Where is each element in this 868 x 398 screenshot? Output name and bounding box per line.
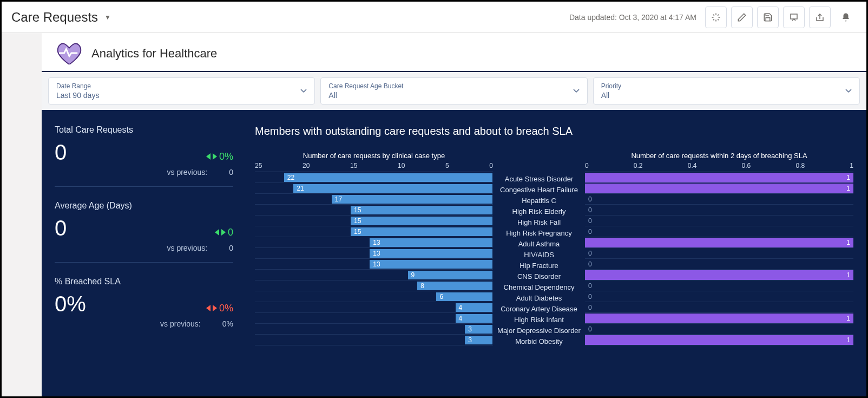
bar-zero-label: 0: [588, 304, 592, 311]
bar-row[interactable]: 0: [585, 194, 853, 205]
category-label: Adult Diabetes: [493, 292, 585, 303]
kpi-label: % Breached SLA: [55, 277, 233, 286]
bar-row[interactable]: 13: [255, 237, 493, 248]
bar-row[interactable]: 21: [255, 183, 493, 194]
share-icon: [815, 12, 825, 22]
bar-row[interactable]: 15: [255, 205, 493, 216]
bar-row[interactable]: 4: [255, 313, 493, 324]
present-button[interactable]: [783, 6, 805, 28]
axis-tick: 1: [850, 162, 853, 169]
bar: 6: [436, 292, 493, 302]
bar-row[interactable]: 0: [585, 226, 853, 237]
topbar-right: Data updated: Oct 3, 2020 at 4:17 AM: [569, 6, 857, 28]
filter-date-range[interactable]: Date Range Last 90 days: [48, 77, 315, 105]
content: Analytics for Healthcare Date Range Last…: [42, 33, 866, 396]
bar-row[interactable]: 0: [585, 302, 853, 313]
main-wrap: Analytics for Healthcare Date Range Last…: [2, 33, 866, 396]
kpi-vs-value: 0%: [222, 319, 233, 328]
bar: 9: [407, 270, 493, 280]
bar-row[interactable]: 22: [255, 172, 493, 183]
category-label: Coronary Artery Disease: [493, 303, 585, 314]
bar: 1: [585, 314, 853, 323]
kpi-value: 0: [55, 140, 67, 165]
bar-row[interactable]: 9: [255, 270, 493, 280]
bar-row[interactable]: 6: [255, 291, 493, 302]
axis-tick: 20: [303, 162, 310, 169]
bar-row[interactable]: 0: [585, 205, 853, 216]
bar: 13: [369, 249, 493, 258]
triangle-right-icon: [213, 305, 217, 311]
axis-tick: 25: [255, 162, 262, 169]
category-label: Morbid Obesity: [493, 336, 585, 347]
bar-row[interactable]: 1: [585, 172, 853, 183]
left-chart: Number of care requests by clinical case…: [255, 152, 493, 347]
bar-row[interactable]: 1: [585, 270, 853, 280]
kpi-delta-value: 0: [228, 227, 233, 238]
app-header: Analytics for Healthcare: [42, 33, 866, 72]
bar: 13: [369, 259, 493, 269]
svg-rect-0: [791, 14, 797, 19]
bar-row[interactable]: 1: [585, 335, 853, 345]
bar-zero-label: 0: [588, 293, 592, 301]
kpi-vs-label: vs previous:: [160, 319, 201, 328]
topbar: Care Requests ▼ Data updated: Oct 3, 202…: [2, 2, 866, 33]
category-label: Chemical Dependency: [493, 282, 585, 292]
kpi-total-requests: Total Care Requests 0 0% vs previous: 0: [55, 125, 233, 187]
bar-row[interactable]: 3: [255, 335, 493, 345]
page-title-dropdown-icon[interactable]: ▼: [104, 14, 111, 21]
bar-row[interactable]: 4: [255, 302, 493, 313]
bar-row[interactable]: 0: [585, 248, 853, 259]
left-chart-subtitle: Number of care requests by clinical case…: [255, 152, 493, 160]
bar-row[interactable]: 13: [255, 248, 493, 259]
kpi-vs-label: vs previous:: [167, 244, 208, 252]
app-logo-icon: [57, 43, 82, 64]
bar-row[interactable]: 1: [585, 183, 853, 194]
bar-row[interactable]: 0: [585, 259, 853, 270]
save-icon: [763, 12, 773, 22]
refresh-button[interactable]: [705, 6, 727, 28]
bar-row[interactable]: 1: [585, 237, 853, 248]
bar-row[interactable]: 8: [255, 280, 493, 291]
bar: 1: [585, 184, 853, 193]
bar-row[interactable]: 17: [255, 194, 493, 205]
category-label: Hepatitis C: [493, 195, 585, 206]
bar-zero-label: 0: [588, 206, 592, 214]
triangle-left-icon: [206, 153, 211, 160]
kpi-breached-sla: % Breached SLA 0% 0% vs previous: 0%: [55, 277, 233, 338]
filter-value: Last 90 days: [56, 91, 99, 100]
chart-body: Number of care requests by clinical case…: [255, 152, 853, 347]
filter-priority[interactable]: Priority All: [593, 77, 860, 105]
axis-tick: 5: [445, 162, 449, 169]
triangle-right-icon: [213, 153, 217, 160]
bar-row[interactable]: 0: [585, 216, 853, 226]
edit-button[interactable]: [731, 6, 753, 28]
kpi-delta-value: 0%: [219, 303, 233, 314]
bar: 4: [455, 303, 493, 312]
bar-zero-label: 0: [588, 217, 592, 225]
axis-tick: 0: [489, 162, 493, 169]
bar-row[interactable]: 3: [255, 324, 493, 335]
bar-row[interactable]: 15: [255, 216, 493, 226]
bar-row[interactable]: 13: [255, 259, 493, 270]
kpi-delta: 0: [215, 227, 233, 238]
bar: 3: [464, 335, 493, 345]
left-axis: 2520151050: [255, 162, 493, 172]
bar-row[interactable]: 15: [255, 226, 493, 237]
bar-row[interactable]: 1: [585, 313, 853, 324]
bar: 22: [284, 173, 493, 182]
axis-tick: 0: [585, 162, 589, 169]
kpi-column: Total Care Requests 0 0% vs previous: 0: [55, 125, 233, 390]
notifications-button[interactable]: [835, 6, 857, 28]
page-title: Care Requests: [11, 10, 98, 25]
chevron-down-icon: [300, 89, 307, 93]
bar-row[interactable]: 0: [585, 324, 853, 335]
share-button[interactable]: [809, 6, 831, 28]
filter-age-bucket[interactable]: Care Request Age Bucket All: [320, 77, 587, 105]
bar-zero-label: 0: [588, 325, 592, 333]
bar-row[interactable]: 0: [585, 291, 853, 302]
bar-row[interactable]: 0: [585, 280, 853, 291]
save-button[interactable]: [757, 6, 779, 28]
kpi-vs-label: vs previous:: [167, 168, 208, 177]
category-label: Major Depressive Disorder: [493, 325, 585, 336]
axis-tick: 0.4: [688, 162, 697, 169]
